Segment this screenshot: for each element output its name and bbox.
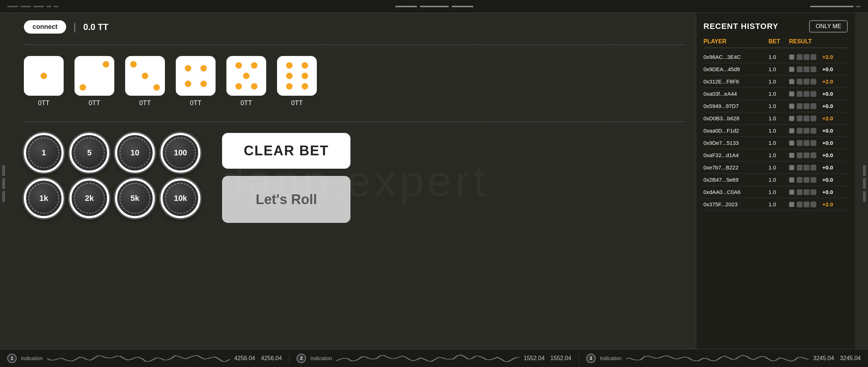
- clear-bet-button[interactable]: CLEAR BET: [222, 133, 350, 169]
- dice-face-2[interactable]: [75, 56, 114, 96]
- header-divider: |: [73, 21, 76, 33]
- dice-icon: [789, 177, 794, 182]
- history-result: +0.0: [822, 189, 848, 195]
- history-player: 0xD0B3...b628: [703, 115, 767, 121]
- indicator-circle-1: 2: [297, 354, 306, 363]
- header-row: connect | 0.0 TT: [24, 20, 685, 34]
- history-bet: 1.0: [769, 54, 788, 60]
- indicator-label-2: Indication: [600, 355, 622, 361]
- indicator-label-1: Indication: [310, 355, 332, 361]
- history-row-10: 0x2B47...5e691.0+0.0: [703, 174, 848, 186]
- mini-die: [797, 116, 803, 121]
- history-player: 0x9De7...5133: [703, 140, 767, 146]
- dice-icon: [789, 165, 794, 170]
- history-dice: [789, 103, 821, 109]
- indicator-val1-1: 1552.04: [524, 355, 545, 362]
- history-result: +0.0: [822, 128, 848, 134]
- connect-button[interactable]: connect: [24, 20, 66, 34]
- history-row-1: 0x9DEA...45d91.0+0.0: [703, 63, 848, 75]
- side-seg-l3: [2, 191, 5, 202]
- dot: [251, 83, 258, 90]
- chip-2k[interactable]: 2k: [69, 178, 109, 218]
- dice-face-5[interactable]: [226, 56, 266, 96]
- dice-item-5: 0TT: [226, 56, 266, 107]
- top-seg-1: [7, 6, 18, 7]
- history-player: 0xaa0D...F1d2: [703, 128, 767, 134]
- col-extra: [822, 38, 848, 45]
- dot: [302, 62, 308, 69]
- history-header: RECENT HISTORY ONLY ME: [703, 20, 848, 33]
- chip-10[interactable]: 10: [115, 133, 155, 173]
- dice-face-6[interactable]: [277, 56, 317, 96]
- history-bet: 1.0: [769, 164, 788, 170]
- history-bet: 1.0: [769, 91, 788, 97]
- only-me-button[interactable]: ONLY ME: [809, 20, 848, 33]
- side-deco-right: [863, 165, 866, 202]
- dice-face-3[interactable]: [125, 56, 165, 96]
- mini-die: [804, 177, 809, 183]
- lets-roll-button[interactable]: Let's Roll: [222, 176, 350, 223]
- sparkline-2: [626, 354, 809, 363]
- chip-5k[interactable]: 5k: [115, 178, 155, 218]
- dot: [200, 65, 207, 72]
- dice-label-5: 0TT: [241, 99, 252, 107]
- mini-die: [810, 66, 816, 72]
- dice-face-1[interactable]: [24, 56, 64, 96]
- history-title: RECENT HISTORY: [703, 22, 778, 31]
- history-result: +2.0: [822, 115, 848, 121]
- chip-1k[interactable]: 1k: [24, 178, 64, 218]
- main-container: dapp.expert connect | 0.0 TT 0TT: [13, 13, 855, 349]
- history-result: +0.0: [822, 66, 848, 72]
- history-result: +0.0: [822, 177, 848, 183]
- chip-10k[interactable]: 10k: [161, 178, 200, 218]
- mini-die: [797, 103, 803, 109]
- chips-grid: 15101001k2k5k10k: [24, 133, 200, 218]
- top-bar-center: [395, 6, 473, 7]
- chip-1[interactable]: 1: [24, 133, 64, 173]
- indicator-val1-2: 3245.04: [813, 355, 834, 362]
- dot: [200, 81, 207, 87]
- indicator-val2-2: 3245.04: [840, 355, 861, 362]
- indicator-circle-2: 3: [586, 354, 596, 363]
- dice-label-2: 0TT: [89, 99, 100, 107]
- history-row-12: 0x375F...20231.0+2.0: [703, 198, 848, 211]
- history-player: 0x375F...2023: [703, 201, 767, 207]
- top-bar-left: [7, 6, 59, 7]
- bottom-section-0: 1Indication4256.044256.04: [0, 354, 289, 363]
- mini-die: [804, 66, 809, 72]
- top-seg-3: [33, 6, 44, 7]
- dice-icon: [789, 141, 794, 146]
- dot: [286, 73, 293, 79]
- dot: [243, 73, 250, 79]
- bottom-separator: [24, 121, 685, 122]
- side-seg-r3: [863, 191, 866, 202]
- history-result: +0.0: [822, 140, 848, 146]
- history-dice: [789, 189, 821, 195]
- history-dice: [789, 165, 821, 170]
- dice-face-4[interactable]: [176, 56, 216, 96]
- top-seg-5: [54, 6, 59, 7]
- chip-100[interactable]: 100: [161, 133, 200, 173]
- dice-item-4: 0TT: [176, 56, 216, 107]
- top-bar-right: [810, 6, 861, 7]
- mini-die: [810, 54, 816, 60]
- dice-item-1: 0TT: [24, 56, 64, 107]
- history-result: +0.0: [822, 152, 848, 158]
- mini-die: [797, 91, 803, 97]
- history-player: 0x96AC...3E4C: [703, 54, 767, 60]
- mini-die: [810, 152, 816, 158]
- history-dice: [789, 152, 821, 158]
- history-player: 0xaF32...d1A4: [703, 152, 767, 158]
- indicator-val2-1: 1552.04: [550, 355, 571, 362]
- history-player: 0x9DEA...45d9: [703, 66, 767, 72]
- chip-5[interactable]: 5: [69, 133, 109, 173]
- mini-die: [797, 177, 803, 183]
- history-dice: [789, 128, 821, 134]
- mini-die: [804, 91, 809, 97]
- history-bet: 1.0: [769, 189, 788, 195]
- mini-die: [797, 140, 803, 146]
- top-seg-4: [46, 6, 51, 7]
- history-player: 0xdAA0...C0A6: [703, 189, 767, 195]
- history-bet: 1.0: [769, 115, 788, 121]
- dot: [302, 73, 308, 79]
